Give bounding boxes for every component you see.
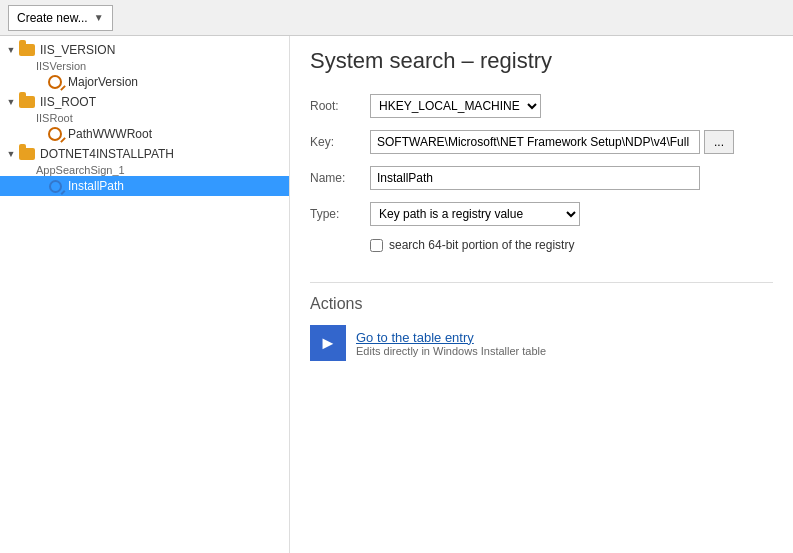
tree-row-iis-version[interactable]: ▼ IIS_VERSION [0, 40, 289, 60]
actions-title: Actions [310, 295, 773, 313]
key-row: Key: ... [310, 130, 773, 154]
type-control: Key path is a registry value Key exists … [370, 202, 580, 226]
folder-icon [18, 42, 36, 58]
right-panel: System search – registry Root: HKEY_LOCA… [290, 36, 793, 553]
tree-row-iis-root[interactable]: ▼ IIS_ROOT [0, 92, 289, 112]
tree-row-major-version[interactable]: MajorVersion [0, 72, 289, 92]
key-input[interactable] [370, 130, 700, 154]
tree-sublabel-iis-root: IISRoot [0, 112, 289, 124]
action-text-group: Go to the table entry Edits directly in … [356, 330, 546, 357]
name-control [370, 166, 700, 190]
main-content: ▼ IIS_VERSION IISVersion MajorVersion ▼ … [0, 36, 793, 553]
checkbox-row: search 64-bit portion of the registry [310, 238, 773, 252]
toggle-icon: ▼ [4, 149, 18, 159]
action-arrow-box: ► [310, 325, 346, 361]
reg-search-icon [46, 178, 64, 194]
arrow-right-icon: ► [319, 333, 337, 354]
action-description: Edits directly in Windows Installer tabl… [356, 345, 546, 357]
name-row: Name: [310, 166, 773, 190]
search-icon [46, 126, 64, 142]
root-select[interactable]: HKEY_LOCAL_MACHINE HKEY_CURRENT_USER HKE… [370, 94, 541, 118]
tree-label: InstallPath [68, 179, 124, 193]
key-control: ... [370, 130, 734, 154]
tree-label: IIS_VERSION [40, 43, 115, 57]
folder-icon [18, 94, 36, 110]
root-row: Root: HKEY_LOCAL_MACHINE HKEY_CURRENT_US… [310, 94, 773, 118]
tree-sublabel-iis-version: IISVersion [0, 60, 289, 72]
create-new-label: Create new... [17, 11, 88, 25]
name-label: Name: [310, 171, 370, 185]
key-browse-button[interactable]: ... [704, 130, 734, 154]
chevron-down-icon: ▼ [94, 12, 104, 23]
tree-row-install-path[interactable]: InstallPath [0, 176, 289, 196]
toolbar: Create new... ▼ [0, 0, 793, 36]
page-title: System search – registry [310, 48, 773, 74]
tree-row-dotnet4[interactable]: ▼ DOTNET4INSTALLPATH [0, 144, 289, 164]
tree-row-path-www-root[interactable]: PathWWWRoot [0, 124, 289, 144]
type-row: Type: Key path is a registry value Key e… [310, 202, 773, 226]
create-new-button[interactable]: Create new... ▼ [8, 5, 113, 31]
search-icon [46, 74, 64, 90]
toggle-icon: ▼ [4, 45, 18, 55]
tree-panel: ▼ IIS_VERSION IISVersion MajorVersion ▼ … [0, 36, 290, 553]
root-control: HKEY_LOCAL_MACHINE HKEY_CURRENT_USER HKE… [370, 94, 541, 118]
go-to-table-action[interactable]: ► Go to the table entry Edits directly i… [310, 325, 773, 361]
toggle-icon: ▼ [4, 97, 18, 107]
root-label: Root: [310, 99, 370, 113]
search-64bit-checkbox[interactable] [370, 239, 383, 252]
action-title: Go to the table entry [356, 330, 546, 345]
checkbox-label: search 64-bit portion of the registry [389, 238, 574, 252]
tree-sublabel-dotnet4: AppSearchSign_1 [0, 164, 289, 176]
key-label: Key: [310, 135, 370, 149]
type-label: Type: [310, 207, 370, 221]
tree-label: IIS_ROOT [40, 95, 96, 109]
type-select[interactable]: Key path is a registry value Key exists … [370, 202, 580, 226]
tree-label: DOTNET4INSTALLPATH [40, 147, 174, 161]
tree-label: PathWWWRoot [68, 127, 152, 141]
name-input[interactable] [370, 166, 700, 190]
folder-icon [18, 146, 36, 162]
actions-section: Actions ► Go to the table entry Edits di… [310, 282, 773, 361]
tree-label: MajorVersion [68, 75, 138, 89]
